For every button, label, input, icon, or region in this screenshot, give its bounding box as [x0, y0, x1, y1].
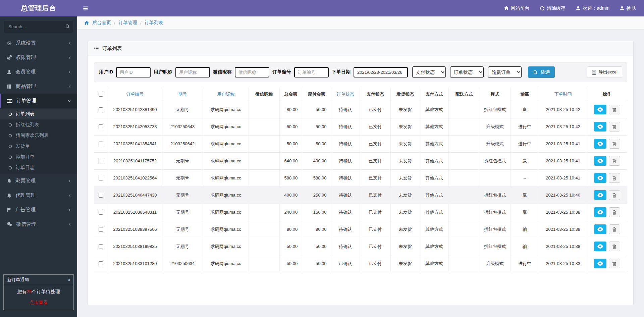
wechat-nickname-cell — [249, 204, 279, 221]
view-order-button[interactable] — [594, 139, 606, 149]
view-order-button[interactable] — [594, 156, 606, 166]
view-order-button[interactable] — [594, 190, 606, 200]
sidebar-item-8[interactable]: 微信管理 — [0, 217, 77, 231]
row-checkbox[interactable] — [99, 261, 103, 266]
view-order-button[interactable] — [594, 224, 606, 234]
sidebar-item-0[interactable]: 系统设置 — [0, 36, 77, 50]
row-checkbox[interactable] — [99, 124, 103, 129]
view-order-button[interactable] — [594, 105, 606, 114]
wechat-nickname-input[interactable] — [235, 67, 269, 77]
topbar-link-1[interactable]: 清除缓存 — [540, 5, 566, 11]
delete-order-button[interactable] — [609, 207, 620, 217]
delete-order-button[interactable] — [609, 122, 620, 131]
view-order-button[interactable] — [594, 207, 606, 217]
order-no-cell: 202103251041022564 — [108, 169, 162, 187]
row-checkbox[interactable] — [99, 142, 103, 146]
sidebar-item-1[interactable]: 权限管理 — [0, 50, 77, 65]
column-header-13[interactable]: 下单时间 — [539, 88, 587, 101]
user-id-label: 用户ID — [99, 69, 113, 75]
close-icon[interactable]: x — [68, 277, 70, 282]
user-icon — [576, 6, 581, 11]
topbar-link-3[interactable]: 换肤 — [620, 5, 636, 11]
breadcrumb-item-0[interactable]: 后台首页 — [92, 20, 111, 26]
order-status-cell: 待确认 — [331, 152, 360, 169]
row-checkbox[interactable] — [99, 193, 103, 198]
circle-icon — [8, 123, 12, 127]
view-order-button[interactable] — [594, 122, 606, 131]
nickname-cell: 求码网qiuma.cc — [203, 221, 249, 238]
wechat-nickname-cell — [249, 238, 279, 255]
sidebar-item-4[interactable]: 订单管理 — [0, 94, 77, 108]
order-no-input[interactable] — [294, 67, 329, 77]
search-icon[interactable] — [65, 24, 70, 29]
sidebar-item-7[interactable]: 广告管理 — [0, 203, 77, 217]
user-nickname-input[interactable] — [175, 67, 210, 77]
column-header-6[interactable]: 订单状态 — [331, 88, 360, 101]
order-status-select[interactable]: 订单状态 — [450, 66, 484, 78]
user-id-input[interactable] — [116, 67, 151, 77]
column-header-1[interactable]: 期号 — [162, 88, 203, 101]
column-header-0[interactable]: 订单编号 — [108, 88, 162, 101]
filter-button[interactable]: 筛选 — [528, 66, 555, 78]
column-header-2[interactable]: 用户昵称 — [203, 88, 249, 101]
order-no-cell: 202103251040447430 — [108, 187, 162, 204]
delete-order-button[interactable] — [609, 105, 620, 114]
submenu-item-3[interactable]: 发货单 — [0, 141, 77, 152]
view-orders-link[interactable]: 点击查看 — [6, 300, 71, 306]
result-cell: 进行中 — [510, 255, 539, 272]
submenu-item-2[interactable]: 猜阄家欢乐列表 — [0, 130, 77, 141]
sidebar-item-5[interactable]: 彩票管理 — [0, 174, 77, 188]
view-order-button[interactable] — [594, 242, 606, 251]
main-area: 后台首页/订单管理/订单列表 订单列表 用户ID用户昵称微信昵称订单编号下单日期… — [77, 16, 644, 317]
export-excel-button[interactable]: 导出excel — [587, 66, 622, 78]
circle-icon — [8, 112, 12, 116]
table-row: 202103251038548311无期号求码网qiuma.cc240.0015… — [94, 204, 627, 221]
row-checkbox[interactable] — [99, 107, 103, 112]
delivery-method-cell — [449, 221, 480, 238]
row-checkbox[interactable] — [99, 244, 103, 249]
notification-message-suffix: 个订单待处理 — [32, 289, 60, 294]
row-checkbox[interactable] — [99, 159, 103, 163]
select-all-checkbox[interactable] — [99, 92, 103, 97]
view-order-button[interactable] — [594, 259, 606, 268]
win-lose-order-select[interactable]: 输赢订单 — [488, 66, 522, 78]
panel-title: 订单列表 — [102, 45, 122, 52]
delete-order-button[interactable] — [609, 259, 620, 268]
actions-cell — [587, 135, 627, 152]
submenu-item-1[interactable]: 拆红包列表 — [0, 119, 77, 130]
order-date-input[interactable] — [354, 67, 408, 77]
delete-order-button[interactable] — [609, 173, 620, 183]
pay-status-cell: 已支付 — [360, 238, 390, 255]
topbar-link-0[interactable]: 网站前台 — [504, 5, 530, 11]
breadcrumb-item-1[interactable]: 订单管理 — [118, 20, 137, 26]
delete-order-button[interactable] — [609, 156, 620, 166]
user-nickname-label: 用户昵称 — [154, 69, 172, 75]
actions-cell — [587, 255, 627, 272]
total-amount-cell: 80.00 — [279, 221, 302, 238]
pay-status-select[interactable]: 支付状态 — [412, 66, 446, 78]
breadcrumb: 后台首页/订单管理/订单列表 — [77, 16, 644, 30]
sidebar-item-2[interactable]: 会员管理 — [0, 65, 77, 79]
view-order-button[interactable] — [594, 173, 606, 183]
delete-order-button[interactable] — [609, 224, 620, 234]
submenu-item-4[interactable]: 添加订单 — [0, 152, 77, 162]
topbar-link-2[interactable]: 欢迎：admin — [576, 5, 609, 11]
delete-order-button[interactable] — [609, 139, 620, 149]
sidebar-item-3[interactable]: 商品管理 — [0, 79, 77, 94]
table-row: 202103251038397506无期号求码网qiuma.cc80.0080.… — [94, 221, 627, 238]
row-checkbox[interactable] — [99, 227, 103, 232]
row-checkbox[interactable] — [99, 176, 103, 180]
search-input[interactable] — [4, 21, 73, 33]
row-checkbox[interactable] — [99, 210, 103, 215]
delete-order-button[interactable] — [609, 190, 620, 200]
pay-status-cell: 已支付 — [360, 187, 390, 204]
sidebar-toggle-icon[interactable] — [83, 6, 88, 11]
delete-order-button[interactable] — [609, 242, 620, 251]
submenu-item-0[interactable]: 订单列表 — [0, 109, 77, 119]
breadcrumb-item-2[interactable]: 订单列表 — [145, 20, 163, 26]
eye-icon — [597, 261, 603, 266]
ship-status-cell: 未发货 — [391, 221, 420, 238]
submenu-item-5[interactable]: 订单日志 — [0, 162, 77, 173]
period-cell: 无期号 — [162, 238, 203, 255]
sidebar-item-6[interactable]: 代理管理 — [0, 188, 77, 203]
